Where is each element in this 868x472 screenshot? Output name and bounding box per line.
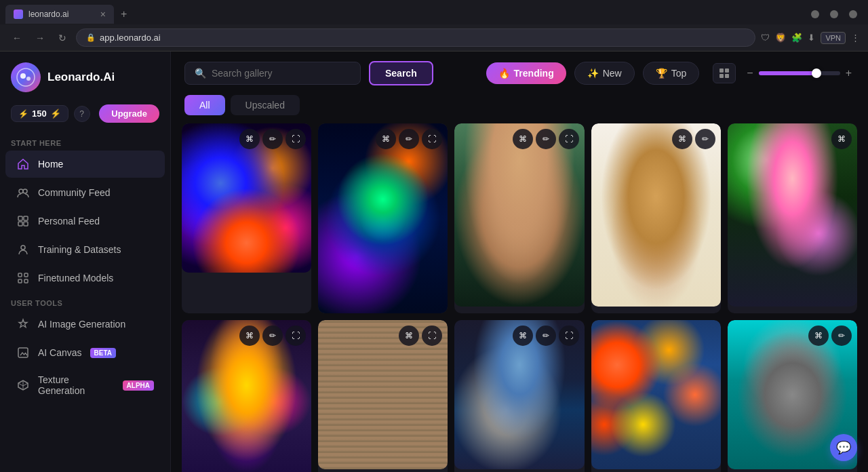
item-actions-8: ⌘ ✏ ⛶	[513, 326, 579, 346]
svg-rect-10	[18, 273, 22, 277]
gallery-item-6[interactable]: ⌘ ✏ ⛶	[182, 320, 311, 472]
cmd-button-4[interactable]: ⌘	[672, 129, 692, 149]
edit-button-3[interactable]: ✏	[536, 129, 556, 149]
cmd-button-7[interactable]: ⌘	[399, 326, 419, 346]
beta-badge: BETA	[90, 348, 116, 358]
close-button[interactable]	[849, 10, 857, 18]
gallery-item-7[interactable]: ⌘ ⛶	[318, 320, 448, 472]
cmd-button-6[interactable]: ⌘	[239, 326, 260, 346]
url-text: app.leonardo.ai	[100, 33, 161, 43]
gallery-item-5[interactable]: ⌘	[728, 123, 857, 313]
gallery-image-3	[454, 123, 584, 307]
svg-rect-17	[719, 74, 724, 78]
home-icon	[16, 157, 30, 171]
item-actions-6: ⌘ ✏ ⛶	[239, 326, 306, 346]
fire-icon: 🔥	[498, 68, 510, 79]
question-icon: ?	[79, 109, 84, 119]
gallery-item-3[interactable]: ⌘ ✏ ⛶	[454, 123, 584, 313]
sidebar-item-personal-feed[interactable]: Personal Feed	[5, 208, 165, 235]
browser-chrome: leonardo.ai × + ← → ↻ 🔒 app.leonardo.ai …	[0, 0, 868, 52]
svg-rect-18	[725, 74, 729, 78]
section-label-user-tools: User Tools	[0, 292, 170, 310]
expand-button-2[interactable]: ⛶	[422, 129, 442, 149]
cmd-button-5[interactable]: ⌘	[831, 129, 852, 149]
cmd-button-3[interactable]: ⌘	[513, 129, 533, 149]
alpha-badge: ALPHA	[123, 380, 154, 391]
cmd-button-10[interactable]: ⌘	[808, 326, 829, 346]
expand-button-8[interactable]: ⛶	[559, 326, 579, 346]
search-input[interactable]	[212, 68, 351, 79]
forward-button[interactable]: →	[31, 30, 49, 46]
cmd-button-8[interactable]: ⌘	[513, 326, 533, 346]
sidebar-label-training: Training & Datasets	[38, 244, 121, 255]
gallery-item-2[interactable]: ⌘ ✏ ⛶	[318, 123, 448, 313]
menu-icon[interactable]: ⋮	[851, 33, 860, 43]
trending-button[interactable]: 🔥 Trending	[486, 62, 566, 84]
sidebar-item-ai-image[interactable]: AI Image Generation	[5, 311, 165, 338]
grid-view-button[interactable]	[713, 63, 736, 83]
svg-rect-14	[18, 348, 28, 357]
extensions-icon: 🧩	[791, 33, 802, 43]
sidebar-logo: Leonardo.Ai	[0, 52, 170, 99]
expand-button-6[interactable]: ⛶	[285, 326, 306, 346]
token-bolt-icon: ⚡	[50, 109, 61, 119]
top-label: Top	[671, 68, 687, 79]
edit-button-10[interactable]: ✏	[831, 326, 852, 346]
gallery-item-4[interactable]: ⌘ ✏	[591, 123, 721, 313]
tab-close-button[interactable]: ×	[100, 9, 106, 20]
zoom-out-button[interactable]: −	[744, 66, 755, 81]
cmd-button-2[interactable]: ⌘	[376, 129, 396, 149]
expand-button-7[interactable]: ⛶	[422, 326, 442, 346]
maximize-button[interactable]	[830, 10, 838, 18]
logo-name: Leonardo.Ai	[47, 71, 115, 84]
sidebar-label-finetuned: Finetuned Models	[38, 273, 113, 283]
minimize-button[interactable]	[811, 10, 819, 18]
sidebar-item-texture[interactable]: Texture Generation ALPHA	[5, 368, 165, 403]
gallery-item-8[interactable]: ⌘ ✏ ⛶	[454, 320, 584, 472]
zoom-thumb[interactable]	[812, 68, 821, 78]
search-box[interactable]: 🔍	[184, 62, 361, 85]
url-bar[interactable]: 🔒 app.leonardo.ai	[76, 28, 755, 47]
zoom-track[interactable]	[759, 71, 840, 75]
tab-all[interactable]: All	[184, 95, 225, 115]
edit-button-1[interactable]: ✏	[262, 129, 283, 149]
trophy-icon: 🏆	[656, 68, 667, 79]
active-tab[interactable]: leonardo.ai ×	[5, 5, 114, 24]
edit-button-4[interactable]: ✏	[695, 129, 715, 149]
top-button[interactable]: 🏆 Top	[643, 62, 700, 85]
item-actions-1: ⌘ ✏ ⛶	[239, 129, 306, 149]
item-actions-7: ⌘ ⛶	[399, 326, 442, 346]
search-button[interactable]: Search	[369, 61, 433, 85]
sidebar-item-community-feed[interactable]: Community Feed	[5, 179, 165, 206]
new-button[interactable]: ✨ New	[574, 62, 635, 85]
sidebar-item-training[interactable]: Training & Datasets	[5, 236, 165, 263]
gallery-item-9[interactable]	[591, 320, 721, 472]
sidebar-item-home[interactable]: Home	[5, 151, 165, 178]
expand-button-3[interactable]: ⛶	[559, 129, 579, 149]
sidebar-item-ai-canvas[interactable]: AI Canvas BETA	[5, 339, 165, 366]
sidebar-item-finetuned[interactable]: Finetuned Models	[5, 264, 165, 292]
tab-bar: leonardo.ai × +	[0, 0, 868, 24]
back-button[interactable]: ←	[8, 30, 26, 46]
gallery-item-1[interactable]: ⌘ ✏ ⛶	[182, 123, 311, 313]
item-actions-10: ⌘ ✏	[808, 326, 852, 346]
new-tab-button[interactable]: +	[117, 4, 131, 24]
edit-button-2[interactable]: ✏	[399, 129, 419, 149]
support-button[interactable]: 💬	[830, 434, 857, 461]
upgrade-button[interactable]: Upgrade	[99, 104, 159, 123]
zoom-in-button[interactable]: +	[843, 66, 854, 81]
item-actions-5: ⌘	[831, 129, 852, 149]
edit-button-8[interactable]: ✏	[536, 326, 556, 346]
expand-button-1[interactable]: ⛶	[285, 129, 306, 149]
tab-upscaled[interactable]: Upscaled	[231, 95, 300, 115]
svg-rect-7	[18, 222, 22, 226]
reload-button[interactable]: ↻	[54, 30, 71, 46]
logo-avatar	[11, 62, 41, 92]
vpn-label: VPN	[825, 34, 841, 42]
help-button[interactable]: ?	[74, 106, 90, 122]
address-right-controls: 🛡 🦁 🧩 ⬇ VPN ⋮	[761, 32, 860, 44]
cmd-button-1[interactable]: ⌘	[239, 129, 260, 149]
svg-point-2	[26, 77, 31, 81]
edit-button-6[interactable]: ✏	[262, 326, 283, 346]
sidebar-label-community: Community Feed	[38, 187, 111, 198]
